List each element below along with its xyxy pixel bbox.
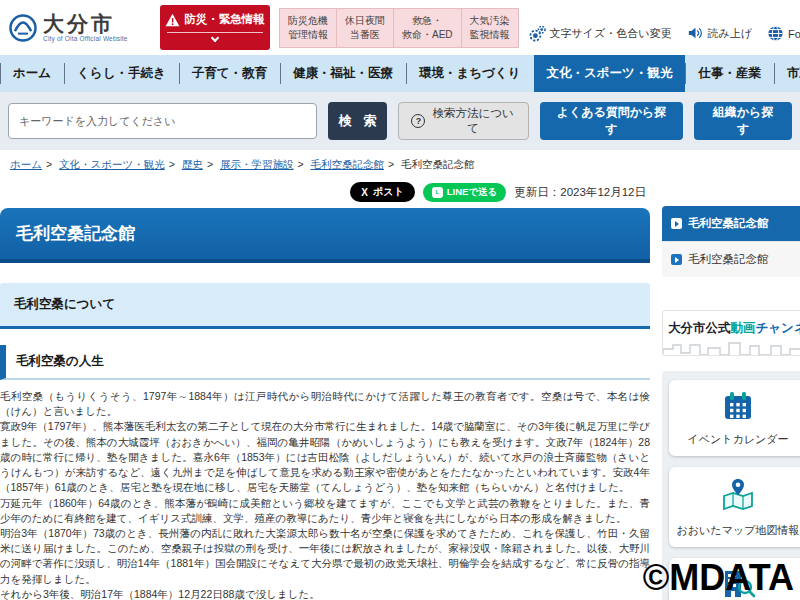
search-help-button[interactable]: ? 検索方法について (398, 102, 528, 140)
quick-links: 防災危機 管理情報 休日夜間 当番医 救急・ 救命・AED 大気汚染 監視情報 (280, 8, 519, 48)
arrow-right-icon (671, 254, 682, 265)
updated-date: 更新日：2023年12月12日 (514, 185, 646, 200)
nav-item-health[interactable]: 健康・福祉・医療 (280, 55, 406, 92)
watermark: ©MDATA (643, 557, 794, 599)
share-row: X ポスト L LINEで送る 更新日：2023年12月12日 (0, 180, 646, 204)
city-skyline-icon (663, 337, 800, 355)
gear-icon (529, 25, 546, 42)
breadcrumb: ホーム> 文化・スポーツ・観光> 歴史> 展示・学習施設> 毛利空桑記念館> 毛… (0, 150, 800, 178)
nav-item-environment[interactable]: 環境・まちづくり (406, 55, 533, 92)
nav-item-childcare[interactable]: 子育て・教育 (179, 55, 280, 92)
section-header-about: 毛利空桑について (0, 283, 650, 329)
search-button[interactable]: 検 索 (328, 102, 388, 140)
emergency-label: 防災・緊急情報 (184, 12, 265, 27)
calendar-icon (722, 391, 754, 421)
x-icon: X (361, 187, 368, 198)
site-logo[interactable]: 大分市 City of Oita Official Website (8, 13, 150, 43)
quick-link-air-pollution[interactable]: 大気汚染 監視情報 (461, 8, 519, 48)
sidebar: 毛利空桑記念館 毛利空桑記念館 大分市公式動画チャンネル (662, 206, 800, 600)
oita-map-card[interactable]: おおいたマップ地図情報 (669, 467, 800, 547)
line-share-button[interactable]: L LINEで送る (423, 183, 507, 202)
search-bar: 検 索 ? 検索方法について よくある質問から探す 組織から探す (0, 92, 800, 150)
question-circle-icon: ? (411, 114, 425, 128)
video-channel-banner[interactable]: 大分市公式動画チャンネル (662, 310, 800, 356)
breadcrumb-current: 毛利空桑記念館 (401, 158, 475, 170)
event-calendar-card[interactable]: イベントカレンダー (669, 380, 800, 456)
nav-item-living[interactable]: くらし・手続き (64, 55, 179, 92)
breadcrumb-culture[interactable]: 文化・スポーツ・観光 (59, 158, 165, 170)
search-input[interactable] (8, 103, 317, 139)
main-column: X ポスト L LINEで送る 更新日：2023年12月12日 毛利空桑記念館 … (0, 178, 650, 600)
quick-link-disaster-info[interactable]: 防災危機 管理情報 (279, 8, 337, 48)
body-paragraph: 明治3年（1870年）73歳のとき、長州藩の内乱に敗れた大楽源太郎ら数十名が空桑… (0, 526, 650, 587)
line-icon: L (432, 187, 443, 198)
sidebar-menu-item-memorial[interactable]: 毛利空桑記念館 (662, 241, 800, 277)
nav-item-work[interactable]: 仕事・産業 (685, 55, 774, 92)
warning-icon (165, 13, 180, 27)
quick-link-emergency-aed[interactable]: 救急・ 救命・AED (393, 8, 462, 48)
body-paragraph: 毛利空桑（もうりくうそう、1797年～1884年）は江戸時代から明治時代にかけて… (0, 389, 650, 419)
foreign-language-button[interactable]: Foreign Language (767, 25, 800, 42)
breadcrumb-facilities[interactable]: 展示・学習施設 (220, 158, 294, 170)
utility-menu: 文字サイズ・色合い変更 読み上げ Foreign Language (529, 13, 800, 42)
nav-item-city-government[interactable]: 市政情報 (774, 55, 800, 92)
breadcrumb-home[interactable]: ホーム (10, 158, 42, 170)
org-search-button[interactable]: 組織から探す (694, 102, 792, 140)
content-area: X ポスト L LINEで送る 更新日：2023年12月12日 毛利空桑記念館 … (0, 178, 800, 600)
faq-search-button[interactable]: よくある質問から探す (540, 102, 684, 140)
nav-item-culture-sports-tourism[interactable]: 文化・スポーツ・観光 (534, 55, 686, 92)
breadcrumb-memorial[interactable]: 毛利空桑記念館 (311, 158, 385, 170)
site-title: 大分市 (43, 13, 128, 35)
read-aloud-button[interactable]: 読み上げ (687, 25, 753, 41)
subsection-header-life: 毛利空桑の人生 (0, 345, 650, 380)
x-post-button[interactable]: X ポスト (350, 182, 414, 202)
page: 大分市 City of Oita Official Website 防災・緊急情… (0, 0, 800, 600)
page-title: 毛利空桑記念館 (0, 208, 650, 263)
main-navigation: ホーム くらし・手続き 子育て・教育 健康・福祉・医療 環境・まちづくり 文化・… (0, 55, 800, 92)
chevron-down-icon (211, 34, 219, 42)
body-paragraph: 万延元年（1860年）64歳のとき、熊本藩が鶴崎に成美館という郷校を建てますが、… (0, 496, 650, 526)
body-paragraph: 寛政9年（1797年）、熊本藩医毛利太玄の第二子として現在の大分市常行に生まれま… (0, 419, 650, 495)
map-pin-icon (721, 478, 755, 512)
arrow-right-icon (671, 218, 682, 229)
breadcrumb-history[interactable]: 歴史 (182, 158, 203, 170)
globe-icon (767, 25, 784, 42)
emergency-info-button[interactable]: 防災・緊急情報 (160, 5, 270, 50)
oita-city-emblem-icon (8, 13, 38, 43)
quick-link-holiday-doctor[interactable]: 休日夜間 当番医 (336, 8, 394, 48)
body-paragraph: それから3年後、明治17年（1884年）12月22日88歳で没しました。 (0, 587, 650, 600)
nav-item-home[interactable]: ホーム (0, 55, 64, 92)
speaker-icon (687, 25, 704, 41)
font-size-color-button[interactable]: 文字サイズ・色合い変更 (529, 25, 672, 42)
sidebar-menu-header[interactable]: 毛利空桑記念館 (662, 206, 800, 241)
top-utility-bar: 大分市 City of Oita Official Website 防災・緊急情… (0, 0, 800, 55)
site-subtitle: City of Oita Official Website (43, 35, 128, 42)
